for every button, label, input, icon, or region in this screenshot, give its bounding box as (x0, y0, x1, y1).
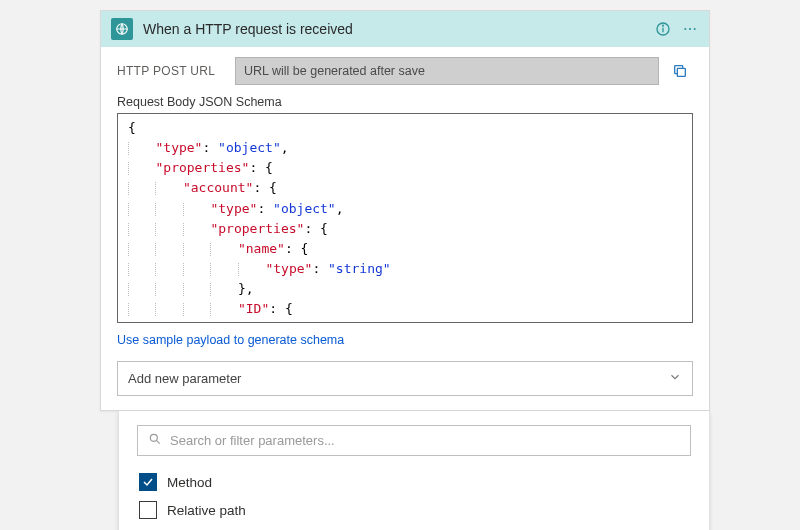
add-parameter-label: Add new parameter (128, 371, 241, 386)
svg-line-9 (156, 440, 159, 443)
chevron-down-icon (668, 370, 682, 387)
card-header: When a HTTP request is received (101, 11, 709, 47)
svg-point-5 (689, 28, 691, 30)
search-icon (148, 432, 162, 449)
copy-icon[interactable] (667, 58, 693, 84)
trigger-card: When a HTTP request is received HTTP POS… (100, 10, 710, 411)
svg-point-3 (663, 25, 664, 26)
checkbox[interactable] (139, 473, 157, 491)
sample-payload-link[interactable]: Use sample payload to generate schema (117, 333, 344, 347)
svg-point-6 (694, 28, 696, 30)
http-trigger-icon (111, 18, 133, 40)
schema-editor[interactable]: { "type": "object", "properties": { "acc… (117, 113, 693, 323)
schema-label: Request Body JSON Schema (117, 95, 693, 109)
svg-point-4 (684, 28, 686, 30)
post-url-value: URL will be generated after save (235, 57, 659, 85)
svg-rect-7 (677, 68, 685, 76)
parameter-option[interactable]: Relative path (137, 496, 691, 524)
add-parameter-dropdown[interactable]: Add new parameter (117, 361, 693, 396)
parameter-search[interactable] (137, 425, 691, 456)
parameter-option-label: Relative path (167, 503, 246, 518)
card-body: HTTP POST URL URL will be generated afte… (101, 47, 709, 410)
card-title: When a HTTP request is received (143, 21, 645, 37)
post-url-label: HTTP POST URL (117, 64, 227, 78)
checkbox[interactable] (139, 501, 157, 519)
parameter-search-input[interactable] (170, 433, 680, 448)
svg-point-8 (150, 434, 157, 441)
more-icon[interactable] (681, 21, 699, 37)
parameter-option[interactable]: Method (137, 468, 691, 496)
info-icon[interactable] (655, 21, 671, 37)
post-url-row: HTTP POST URL URL will be generated afte… (117, 57, 693, 85)
parameter-option-label: Method (167, 475, 212, 490)
parameter-panel: MethodRelative path (118, 411, 710, 530)
